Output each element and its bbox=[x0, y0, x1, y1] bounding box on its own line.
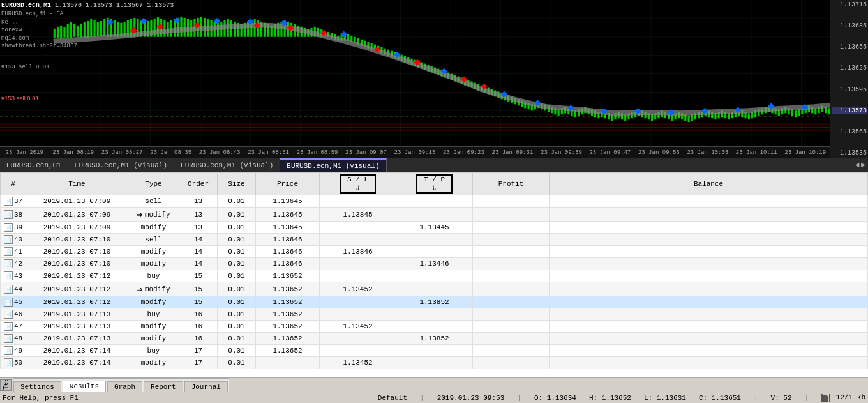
svg-rect-204 bbox=[651, 114, 653, 121]
cell-order: 13 bbox=[179, 208, 218, 222]
chart-ea-line: EURUSD.ecn,M1 - EA bbox=[1, 10, 174, 19]
time-tick: 23 Jan 08:51 bbox=[244, 149, 292, 156]
time-tick: 23 Jan 08:59 bbox=[293, 149, 341, 156]
cell-profit bbox=[473, 208, 550, 222]
cell-num: 📄46 bbox=[1, 308, 26, 321]
bar-info-text: 12/1 kb bbox=[821, 393, 865, 401]
cell-tp: 1.13852 bbox=[396, 296, 473, 308]
time-tick: 23 Jan 08:19 bbox=[49, 149, 97, 156]
cell-price: 1.13652 bbox=[256, 282, 320, 296]
table-row[interactable]: 📄482019.01.23 07:13modify160.011.136521.… bbox=[1, 333, 868, 345]
cell-num: 📄49 bbox=[1, 345, 26, 357]
table-row[interactable]: 📄382019.01.23 07:09⇒modify130.011.136451… bbox=[1, 208, 868, 222]
tab-m1-3[interactable]: EURUSD.ecn,M1 (visual) bbox=[280, 158, 386, 172]
bottom-tab-journal[interactable]: Journal bbox=[184, 381, 228, 392]
svg-rect-63 bbox=[180, 17, 182, 37]
tester-label: Tester bbox=[0, 379, 12, 391]
svg-rect-305 bbox=[823, 395, 825, 402]
cell-order: 14 bbox=[179, 258, 218, 270]
tab-m1-2[interactable]: EURUSD.ecn,M1 (visual) bbox=[174, 158, 280, 172]
table-row[interactable]: 📄452019.01.23 07:12modify150.011.136521.… bbox=[1, 296, 868, 308]
cell-num: 📄50 bbox=[1, 357, 26, 369]
table-row[interactable]: 📄402019.01.23 07:10sell140.011.13646 bbox=[1, 234, 868, 246]
cell-size: 0.01 bbox=[218, 234, 256, 246]
cell-type: modify bbox=[128, 258, 179, 270]
table-row[interactable]: 📄472019.01.23 07:13modify160.011.136521.… bbox=[1, 321, 868, 333]
cell-balance bbox=[550, 222, 868, 234]
svg-text:#153 sell 0.01: #153 sell 0.01 bbox=[1, 96, 39, 102]
cell-balance bbox=[550, 282, 868, 296]
cell-sl: 1.13452 bbox=[320, 357, 396, 369]
table-row[interactable]: 📄492019.01.23 07:14buy170.011.13652 bbox=[1, 345, 868, 357]
time-tick: 23 Jan 08:43 bbox=[195, 149, 244, 156]
tab-m1-1[interactable]: EURUSD.ecn,M1 (visual) bbox=[68, 158, 174, 172]
cell-size: 0.01 bbox=[218, 308, 256, 321]
svg-rect-247 bbox=[795, 110, 797, 117]
chart-tab-bar: EURUSD.ecn,H1 EURUSD.ecn,M1 (visual) EUR… bbox=[0, 158, 868, 172]
th-tp: T / P ⇓ bbox=[396, 173, 473, 195]
table-row[interactable]: 📄422019.01.23 07:10modify140.011.136461.… bbox=[1, 258, 868, 270]
table-row[interactable]: 📄432019.01.23 07:12buy150.011.13652 bbox=[1, 270, 868, 282]
cell-balance bbox=[550, 345, 868, 357]
cell-num: 📄40 bbox=[1, 234, 26, 246]
cell-time: 2019.01.23 07:09 bbox=[26, 195, 128, 208]
table-row[interactable]: 📄412019.01.23 07:10modify140.011.136461.… bbox=[1, 246, 868, 258]
time-tick: 23 Jan 09:23 bbox=[439, 149, 488, 156]
time-tick: 23 Jan 10:03 bbox=[684, 149, 732, 156]
bottom-tab-report[interactable]: Report bbox=[144, 381, 183, 392]
table-row[interactable]: 📄392019.01.23 07:09modify130.011.136451.… bbox=[1, 222, 868, 234]
cell-type: modify bbox=[128, 333, 179, 345]
cell-profit bbox=[473, 222, 550, 234]
th-num: # bbox=[1, 173, 26, 195]
bottom-tab-graph[interactable]: Graph bbox=[107, 381, 142, 392]
cell-profit bbox=[473, 234, 550, 246]
table-row[interactable]: 📄442019.01.23 07:12⇒modify150.011.136521… bbox=[1, 282, 868, 296]
cell-type: modify bbox=[128, 246, 179, 258]
svg-rect-216 bbox=[691, 114, 693, 121]
svg-rect-304 bbox=[821, 394, 823, 402]
tab-prev-arrow[interactable]: ◄ bbox=[855, 161, 860, 170]
cell-sl bbox=[320, 308, 396, 321]
cell-size: 0.01 bbox=[218, 270, 256, 282]
cell-tp bbox=[396, 246, 473, 258]
table-row[interactable]: 📄502019.01.23 07:14modify170.011.13452 bbox=[1, 357, 868, 369]
tp-arrow-down: ⇓ bbox=[431, 183, 437, 192]
cell-size: 0.01 bbox=[218, 258, 256, 270]
trade-table-area: # Time Type Order Size Price S / L ⇓ bbox=[0, 172, 868, 377]
tab-nav-arrows[interactable]: ◄ ► bbox=[853, 161, 868, 170]
cell-profit bbox=[473, 308, 550, 321]
cell-time: 2019.01.23 07:09 bbox=[26, 222, 128, 234]
cell-size: 0.01 bbox=[218, 357, 256, 369]
cell-size: 0.01 bbox=[218, 282, 256, 296]
cell-time: 2019.01.23 07:12 bbox=[26, 270, 128, 282]
tab-next-arrow[interactable]: ► bbox=[861, 161, 865, 170]
status-bar: For Help, press F1 Default | 2019.01.23 … bbox=[0, 392, 868, 403]
bottom-tab-results[interactable]: Results bbox=[63, 381, 106, 392]
cell-time: 2019.01.23 07:10 bbox=[26, 258, 128, 270]
tab-h1[interactable]: EURUSD.ecn,H1 bbox=[0, 158, 68, 172]
table-row[interactable]: 📄462019.01.23 07:13buy160.011.13652 bbox=[1, 308, 868, 321]
cell-size: 0.01 bbox=[218, 345, 256, 357]
svg-rect-79 bbox=[234, 22, 236, 37]
cell-size: 0.01 bbox=[218, 222, 256, 234]
time-tick: 23 Jan 09:31 bbox=[488, 149, 537, 156]
svg-rect-248 bbox=[798, 109, 800, 116]
table-scroll[interactable]: # Time Type Order Size Price S / L ⇓ bbox=[0, 172, 868, 377]
cell-price bbox=[256, 357, 320, 369]
price-label: 1.13715 bbox=[832, 1, 867, 8]
svg-rect-176 bbox=[558, 109, 560, 116]
bar-icon bbox=[821, 394, 832, 402]
cell-type: buy bbox=[128, 308, 179, 321]
high-text: H: 1.13652 bbox=[589, 394, 631, 402]
price-label: 1.13535 bbox=[832, 149, 867, 156]
time-tick: 23 Jan 09:15 bbox=[391, 149, 439, 156]
chart-trade-line: #153 sell 0.01 bbox=[1, 63, 174, 72]
price-scale: 1.13715 1.13685 1.13655 1.13625 1.13595 … bbox=[830, 0, 868, 158]
price-label-active: 1.13573 bbox=[832, 107, 867, 114]
table-row[interactable]: 📄372019.01.23 07:09sell130.011.13645 bbox=[1, 195, 868, 208]
cell-time: 2019.01.23 07:12 bbox=[26, 296, 128, 308]
cell-price: 1.13646 bbox=[256, 234, 320, 246]
bottom-tab-settings[interactable]: Settings bbox=[13, 381, 61, 392]
cell-sl bbox=[320, 222, 396, 234]
cell-sl bbox=[320, 234, 396, 246]
